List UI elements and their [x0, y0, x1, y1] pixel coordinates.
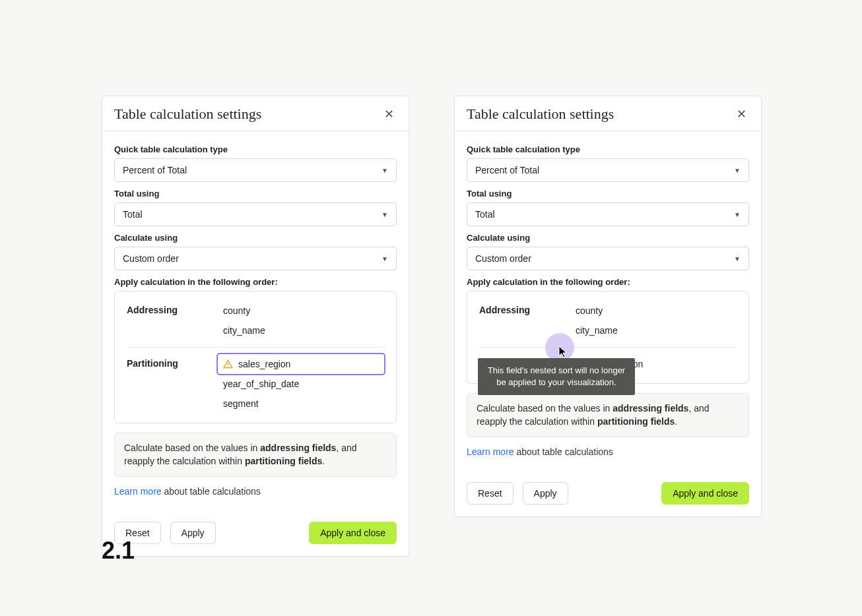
learn-more-row: Learn more about table calculations [114, 486, 397, 497]
settings-modal-left: Table calculation settings ✕ Quick table… [102, 96, 409, 557]
canvas: Table calculation settings ✕ Quick table… [5, 5, 857, 611]
learn-more-row: Learn more about table calculations [467, 447, 749, 457]
chevron-down-icon: ▼ [734, 211, 741, 218]
chevron-down-icon: ▼ [734, 255, 741, 262]
tooltip: This field's nested sort will no longer … [478, 358, 635, 395]
modal-body: Quick table calculation type Percent of … [455, 131, 761, 457]
close-icon: ✕ [384, 108, 394, 121]
svg-point-1 [228, 366, 229, 367]
chevron-down-icon: ▼ [381, 255, 388, 262]
select-total-using[interactable]: Total ▼ [467, 202, 749, 226]
modal-header: Table calculation settings ✕ [455, 96, 761, 131]
help-text: Calculate based on the values in address… [467, 393, 749, 437]
modal-header: Table calculation settings ✕ [102, 96, 409, 131]
select-calc-type[interactable]: Percent of Total ▼ [467, 158, 749, 182]
modal-title: Table calculation settings [467, 106, 614, 123]
select-value: Percent of Total [123, 165, 187, 175]
version-label: 2.1 [102, 537, 135, 565]
chevron-down-icon: ▼ [734, 167, 741, 174]
close-icon: ✕ [737, 108, 746, 121]
list-item[interactable]: segment [218, 394, 384, 414]
label-calc-using: Calculate using [114, 233, 397, 243]
order-box: Addressing county city_name Partitioning… [114, 291, 397, 423]
divider [479, 347, 737, 348]
select-value: Total [475, 209, 495, 220]
list-item[interactable]: year_of_ship_date [218, 374, 384, 394]
label-apply-order: Apply calculation in the following order… [114, 277, 397, 287]
apply-close-button[interactable]: Apply and close [661, 482, 749, 505]
list-item[interactable]: county [570, 301, 737, 321]
select-total-using[interactable]: Total ▼ [114, 202, 397, 226]
settings-modal-right: Table calculation settings ✕ Quick table… [454, 96, 762, 517]
select-calc-using[interactable]: Custom order ▼ [467, 247, 749, 270]
chevron-down-icon: ▼ [381, 167, 388, 174]
label-calc-type: Quick table calculation type [467, 144, 749, 154]
addressing-items: county city_name [213, 301, 384, 340]
partitioning-heading: Partitioning [127, 354, 206, 414]
label-apply-order: Apply calculation in the following order… [467, 277, 749, 287]
select-value: Custom order [475, 253, 531, 264]
divider [127, 347, 384, 348]
addressing-heading: Addressing [479, 301, 558, 340]
list-item[interactable]: county [218, 301, 384, 321]
warning-icon [223, 359, 233, 369]
select-value: Percent of Total [475, 165, 539, 175]
label-total-using: Total using [114, 189, 397, 199]
select-calc-using[interactable]: Custom order ▼ [114, 247, 397, 270]
label-total-using: Total using [467, 189, 749, 199]
learn-more-link[interactable]: Learn more [114, 486, 162, 497]
reset-button[interactable]: Reset [467, 482, 514, 505]
apply-button[interactable]: Apply [523, 482, 568, 505]
modal-body: Quick table calculation type Percent of … [102, 131, 409, 497]
list-item-highlighted[interactable]: sales_region [218, 354, 384, 374]
addressing-heading: Addressing [127, 301, 206, 340]
close-button[interactable]: ✕ [734, 106, 749, 123]
modal-title: Table calculation settings [114, 106, 261, 123]
learn-more-link[interactable]: Learn more [467, 447, 514, 457]
label-calc-type: Quick table calculation type [114, 144, 397, 154]
list-item[interactable]: city_name [570, 321, 737, 340]
apply-close-button[interactable]: Apply and close [309, 522, 397, 544]
modal-footer: Reset Apply Apply and close [455, 457, 761, 516]
label-calc-using: Calculate using [467, 233, 749, 243]
select-calc-type[interactable]: Percent of Total ▼ [114, 158, 397, 182]
help-text: Calculate based on the values in address… [114, 433, 397, 477]
modal-footer: Reset Apply Apply and close [102, 497, 409, 556]
close-button[interactable]: ✕ [381, 106, 397, 123]
chevron-down-icon: ▼ [381, 211, 388, 218]
partitioning-items: sales_region year_of_ship_date segment [213, 354, 384, 414]
select-value: Custom order [123, 253, 179, 264]
list-item[interactable]: city_name [218, 321, 384, 340]
addressing-items: county city_name [565, 301, 737, 340]
apply-button[interactable]: Apply [170, 522, 216, 544]
select-value: Total [123, 209, 143, 220]
